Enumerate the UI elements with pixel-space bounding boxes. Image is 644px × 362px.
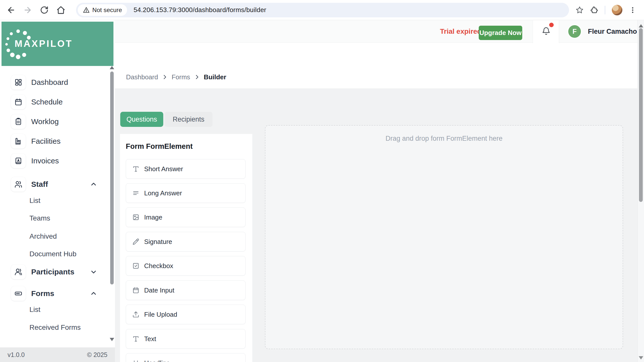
chevron-down-icon[interactable] (90, 268, 97, 276)
sidebar-subitem-label: Archived (29, 232, 57, 240)
sidebar-subitem-received-forms[interactable]: Received Forms (29, 320, 99, 335)
users-icon (11, 177, 26, 192)
sidebar-footer: v1.0.0 © 2025 (0, 347, 115, 362)
chevron-right-icon (162, 74, 168, 80)
three-dot-menu-icon (629, 6, 636, 14)
sidebar-item-label: Facilities (31, 137, 61, 146)
sidebar-item-invoices[interactable]: Invoices (8, 151, 99, 171)
sidebar-subitem-label: Received Forms (29, 323, 81, 332)
element-checkbox[interactable]: Checkbox (126, 256, 246, 276)
browser-toolbar: Not secure 54.206.153.79:3000/dashboard/… (0, 0, 644, 20)
form-elements-panel: Form FormElement Short Answer Long Answe… (120, 134, 252, 362)
user-name[interactable]: Fleur Camacho (588, 20, 637, 43)
pencil-icon (132, 238, 139, 245)
element-image[interactable]: Image (126, 207, 246, 227)
chevron-up-icon[interactable] (90, 180, 97, 188)
tab-recipients[interactable]: Recipients (165, 112, 213, 127)
logo-text: MAXPILOT (15, 22, 73, 66)
element-label: Signature (144, 238, 172, 246)
sidebar-section-staff[interactable]: Staff (8, 174, 99, 194)
bookmark-star-button[interactable] (576, 6, 584, 14)
sidebar-section-forms[interactable]: Forms (8, 284, 99, 303)
divider (605, 6, 605, 14)
sidebar-item-schedule[interactable]: Schedule (8, 92, 99, 112)
heading-icon (132, 359, 139, 362)
browser-actions (576, 5, 636, 15)
type-icon (132, 335, 139, 342)
browser-home-button[interactable] (55, 5, 66, 16)
sidebar-section-participants[interactable]: Participants (8, 262, 99, 282)
tab-questions[interactable]: Questions (120, 112, 163, 127)
element-text[interactable]: Text (126, 329, 246, 349)
chevron-up-icon[interactable] (90, 290, 97, 297)
calendar-icon (132, 287, 139, 294)
screen: Not secure 54.206.153.79:3000/dashboard/… (0, 0, 644, 362)
sidebar-subitem-archived[interactable]: Archived (29, 229, 99, 244)
browser-profile-avatar[interactable] (612, 5, 622, 15)
sidebar-item-label: Forms (31, 289, 54, 298)
extensions-button[interactable] (590, 6, 598, 14)
element-file-upload[interactable]: File Upload (126, 305, 246, 324)
element-label: Headline (144, 359, 170, 362)
app-version: v1.0.0 (8, 351, 25, 358)
address-bar[interactable]: Not secure 54.206.153.79:3000/dashboard/… (76, 3, 569, 17)
warning-triangle-icon (83, 7, 90, 14)
dropzone-placeholder-text: Drag and drop form FormElement here (265, 135, 623, 142)
sidebar-scrollbar-thumb[interactable] (110, 71, 114, 284)
sidebar-subitem-forms-list[interactable]: List (29, 302, 99, 317)
page-scrollbar[interactable] (637, 20, 644, 362)
breadcrumb-dashboard[interactable]: Dashboard (126, 73, 158, 81)
element-signature[interactable]: Signature (126, 232, 246, 251)
browser-forward-button[interactable] (22, 5, 33, 16)
scroll-up-arrow[interactable] (639, 24, 643, 27)
site-security-chip[interactable]: Not secure (78, 4, 127, 16)
lines-icon (132, 190, 139, 197)
element-date-input[interactable]: Date Input (126, 280, 246, 300)
breadcrumb-forms[interactable]: Forms (172, 73, 190, 81)
element-short-answer[interactable]: Short Answer (126, 159, 246, 179)
scroll-down-arrow[interactable] (639, 356, 643, 359)
element-long-answer[interactable]: Long Answer (126, 183, 246, 203)
element-label: Short Answer (144, 165, 183, 173)
sidebar-subitem-document-hub[interactable]: Document Hub (29, 246, 99, 262)
clipboard-icon (11, 114, 26, 129)
back-arrow-icon (7, 6, 16, 15)
user-avatar[interactable]: F (567, 24, 582, 39)
sidebar-subitem-label: Teams (29, 214, 50, 222)
sidebar-item-facilities[interactable]: Facilities (8, 131, 99, 151)
sidebar-subitem-label: Document Hub (29, 250, 76, 258)
element-headline[interactable]: Headline (126, 353, 246, 362)
notification-badge (549, 23, 554, 27)
builder-content: Questions Recipients Form FormElement Sh… (115, 88, 637, 362)
sidebar-scroll-down-arrow[interactable] (110, 338, 114, 341)
sidebar-item-label: Worklog (31, 117, 59, 126)
dashboard-grid-icon (11, 75, 26, 90)
forward-arrow-icon (23, 6, 32, 15)
browser-back-button[interactable] (6, 5, 17, 16)
browser-refresh-button[interactable] (39, 5, 50, 16)
sidebar-item-label: Invoices (31, 157, 59, 165)
browser-menu-button[interactable] (629, 6, 636, 14)
sidebar-item-worklog[interactable]: Worklog (8, 112, 99, 131)
sidebar-subitem-teams[interactable]: Teams (29, 211, 99, 226)
users-round-icon (11, 265, 26, 279)
sidebar-item-dashboard[interactable]: Dashboard (8, 73, 99, 92)
page-header-band: Dashboard Forms Builder Untitled Save as… (115, 43, 637, 88)
main-area: Trial expired Upgrade Now F Fleur Camach… (115, 20, 637, 362)
url-text: 54.206.153.79:3000/dashboard/forms/build… (134, 6, 266, 14)
element-label: Checkbox (144, 262, 173, 270)
sidebar: MAXPILOT Dashboard Schedule Worklog Faci (0, 20, 115, 362)
upgrade-now-button[interactable]: Upgrade Now (479, 26, 522, 40)
home-icon (56, 6, 65, 15)
app-logo[interactable]: MAXPILOT (2, 22, 113, 66)
sidebar-scroll-up-arrow[interactable] (110, 66, 114, 69)
breadcrumb: Dashboard Forms Builder (126, 69, 226, 85)
check-square-icon (132, 262, 139, 269)
page-scrollbar-thumb[interactable] (639, 28, 643, 202)
copyright: © 2025 (87, 351, 107, 358)
sidebar-item-label: Dashboard (31, 78, 68, 87)
element-label: Image (144, 213, 162, 221)
bell-icon (542, 27, 551, 37)
form-dropzone[interactable]: Drag and drop form FormElement here (265, 125, 623, 349)
sidebar-subitem-staff-list[interactable]: List (29, 193, 99, 208)
